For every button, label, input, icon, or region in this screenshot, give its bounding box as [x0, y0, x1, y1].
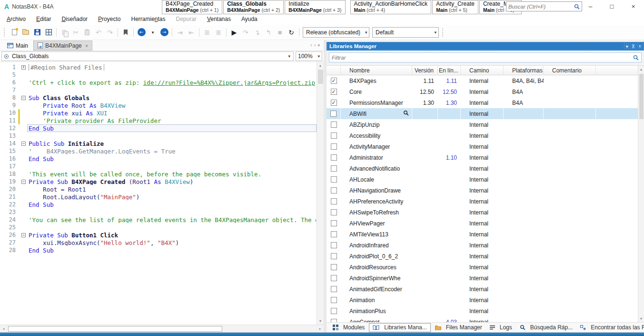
library-checkbox[interactable] [331, 286, 337, 292]
panel-tab-b-squeda-r-p-[interactable]: Búsqueda Ráp... [516, 323, 576, 332]
code-line-1[interactable]: 1+#Region Shared Files [0, 63, 317, 71]
close-panel-icon[interactable]: × [638, 44, 641, 49]
library-row-ahlocale[interactable]: AHLocaleInternal [327, 174, 644, 185]
build-configuration-dropdown[interactable]: Release (obfuscated) ▾ [303, 27, 369, 38]
library-checkbox[interactable] [331, 154, 337, 161]
library-row-appcompat[interactable]: AppCompat4.03Internal [327, 316, 644, 322]
code-line-12[interactable]: 12End Sub [0, 124, 317, 132]
column-camino[interactable]: Camino [461, 66, 504, 75]
fold-toggle-icon[interactable]: − [20, 178, 27, 185]
library-checkbox[interactable] [331, 275, 337, 281]
library-row-permissionsmanager[interactable]: ✓PermissionsManager1.301.30InternalB4A [327, 97, 644, 108]
open-project-icon[interactable] [20, 27, 31, 38]
library-row-androidinfrared[interactable]: AndroidInfraredInternal [327, 240, 644, 251]
library-row-ahnavigationdrawe[interactable]: AHNavigationDraweInternal [327, 185, 644, 196]
library-row-ahviewpager[interactable]: AHViewPagerInternal [327, 218, 644, 229]
editor-zoom-combo[interactable]: 100% ▾ [296, 51, 322, 61]
library-row-ahswipetorefresh[interactable]: AHSwipeToRefreshInternal [327, 207, 644, 218]
library-checkbox[interactable] [331, 319, 337, 322]
quick-tab-class_globals[interactable]: Class_GlobalsB4XMainPage (ctrl + 2) [223, 0, 284, 14]
scrollbar-thumb[interactable] [639, 74, 644, 119]
menu-ventanas[interactable]: Ventanas [207, 16, 231, 22]
library-checkbox[interactable] [331, 209, 337, 215]
quick-tab-b4xpage_created[interactable]: B4XPage_CreatedB4XMainPage (ctrl + 1) [162, 0, 222, 14]
quick-tab-initialize[interactable]: InitializeB4XMainPage (ctrl + 3) [285, 0, 345, 14]
library-row-abwifi[interactable]: ABWifiInternal [327, 108, 644, 119]
library-checkbox[interactable]: ✓ [331, 100, 337, 106]
library-checkbox[interactable]: ✓ [331, 89, 337, 95]
search-input[interactable] [506, 4, 574, 10]
menu-archivo[interactable]: Archivo [7, 16, 26, 22]
code-line-23[interactable]: 23 [0, 208, 317, 216]
scroll-up-icon[interactable]: ▲ [317, 62, 324, 69]
library-row-advancednotificatio[interactable]: AdvancedNotificatioInternal [327, 163, 644, 174]
library-row-animatedgifencoder[interactable]: AnimatedGifEncoderInternal [327, 284, 644, 295]
code-line-15[interactable]: 15' B4XPages.GetManager.LogEvents = True [0, 147, 317, 155]
back-history-dropdown[interactable]: ▾ [148, 27, 158, 38]
scroll-right-icon[interactable]: ▸ [317, 325, 324, 332]
code-line-26[interactable]: 26−Private Sub Button1_Click [0, 231, 317, 239]
code-editor[interactable]: 1+#Region Shared Files56'Ctrl + click to… [0, 62, 317, 325]
member-combo[interactable]: Class_Globals ▾ [1, 51, 294, 61]
library-checkbox[interactable] [331, 122, 337, 128]
library-row-core[interactable]: ✓Core12.5012.50InternalB4A [327, 86, 644, 97]
menu-ayuda[interactable]: Ayuda [241, 16, 258, 22]
code-line-16[interactable]: 16End Sub [0, 155, 317, 163]
libraries-vertical-scrollbar[interactable]: ▲ ▼ [638, 66, 644, 322]
column-en-linea[interactable]: En lín... [438, 66, 461, 75]
column-plataformas[interactable]: Plataformas [504, 66, 544, 75]
code-line-20[interactable]: 20 Root = Root1 [0, 185, 317, 193]
panel-tab-modules[interactable]: Modules [329, 323, 368, 332]
library-row-activitymanager[interactable]: ActivityManagerInternal [327, 141, 644, 152]
row-search-icon[interactable] [403, 110, 409, 117]
new-file-icon[interactable] [9, 27, 20, 38]
ui-profile-dropdown[interactable]: Default ▾ [372, 27, 439, 38]
library-checkbox[interactable] [331, 308, 337, 314]
fold-toggle-icon[interactable]: − [20, 231, 27, 239]
code-line-27[interactable]: 27 xui.MsgboxAsync("Hello world!", "B4X"… [0, 239, 317, 246]
toolbar-grip[interactable] [4, 28, 6, 37]
library-checkbox[interactable] [331, 132, 337, 139]
code-line-14[interactable]: 14−Public Sub Initialize [0, 140, 317, 147]
library-checkbox[interactable] [330, 111, 337, 117]
library-row-b4xpages[interactable]: ✓B4XPages1.111.11InternalB4A, B4i, B4J [327, 75, 644, 86]
library-checkbox[interactable] [331, 220, 337, 226]
code-line-18[interactable]: 18'This event will be called once, befor… [0, 170, 317, 178]
save-all-icon[interactable] [43, 27, 54, 38]
rebuild-icon[interactable]: ↻ [286, 27, 297, 38]
library-checkbox[interactable]: ✓ [331, 78, 337, 84]
library-checkbox[interactable] [331, 143, 337, 150]
panel-dropdown-icon[interactable]: ▾ [626, 44, 628, 49]
code-line-10[interactable]: 10 Private xui As XUI [0, 109, 317, 117]
toolbar-grip[interactable] [442, 28, 444, 37]
code-line-13[interactable]: 13 [0, 132, 317, 140]
panel-tab-libraries-mana-[interactable]: Libraries Mana... [369, 323, 430, 332]
navigate-forward-icon[interactable]: → [159, 27, 169, 38]
navigate-back-icon[interactable]: ← [136, 27, 147, 38]
library-row-androidspinnerwhe[interactable]: AndroidSpinnerWheInternal [327, 273, 644, 284]
library-checkbox[interactable] [331, 176, 337, 183]
library-row-animationplus[interactable]: AnimationPlusInternal [327, 305, 644, 316]
pin-icon[interactable]: ⊼ [632, 44, 635, 49]
menu-proyecto[interactable]: Proyecto [98, 16, 120, 22]
quick-tab-activity_actionbarhomeclick[interactable]: Activity_ActionBarHomeClickMain (ctrl + … [350, 0, 432, 14]
run-icon[interactable]: ▶ [229, 27, 239, 38]
restore-button[interactable]: □ [601, 0, 623, 12]
library-table-header[interactable]: Nombre Versión En lín... Camino Platafor… [327, 66, 644, 75]
library-checkbox[interactable] [331, 264, 337, 270]
panel-tab-logs[interactable]: Logs [486, 323, 515, 332]
scroll-up-icon[interactable]: ▲ [638, 66, 644, 73]
bookmark-icon[interactable] [120, 27, 131, 38]
column-comentario[interactable]: Comentario [544, 66, 596, 75]
tab-scroll-controls[interactable]: ‹›▾ [310, 42, 322, 48]
library-row-administrator[interactable]: Administrator1.10Internal [327, 152, 644, 163]
close-button[interactable]: × [623, 0, 644, 12]
library-row-ahpreferenceactivity[interactable]: AHPreferenceActivityInternal [327, 196, 644, 207]
code-line-17[interactable]: 17 [0, 163, 317, 170]
code-line-19[interactable]: 19−Private Sub B4XPage_Created (Root1 As… [0, 178, 317, 185]
code-line-24[interactable]: 24'You can see the list of page related … [0, 216, 317, 224]
library-row-animation[interactable]: AnimationInternal [327, 295, 644, 305]
editor-tab-b4xmainpage[interactable]: B4XMainPage× [33, 41, 92, 51]
code-line-6[interactable]: 6'Ctrl + click to export as zip: ide://r… [0, 79, 317, 86]
scroll-down-icon[interactable]: ▼ [317, 317, 324, 325]
